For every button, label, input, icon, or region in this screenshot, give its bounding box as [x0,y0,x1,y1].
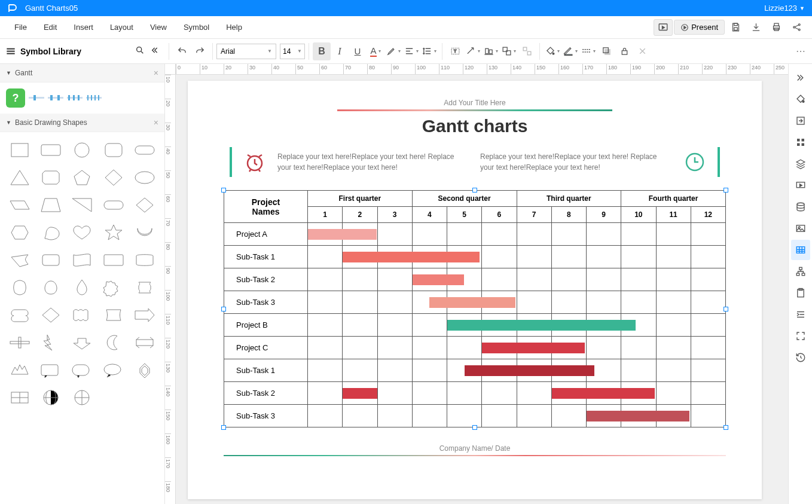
doc-subtitle[interactable]: Add Your Title Here [224,99,726,107]
intro-text-left[interactable]: Replace your text here!Replace your text… [277,151,469,173]
menu-insert[interactable]: Insert [65,16,102,39]
shape-3[interactable] [101,139,126,161]
shape-24[interactable] [132,249,157,271]
shape-45[interactable] [7,387,32,408]
bold-button[interactable]: B [313,42,331,60]
shape-7[interactable] [69,167,94,188]
italic-button[interactable]: I [331,42,349,60]
gantt-chart[interactable]: ProjectNamesFirst quarterSecond quarterT… [224,190,726,427]
shape-15[interactable] [7,222,32,243]
shape-8[interactable] [101,167,126,188]
menu-view[interactable]: View [142,16,175,39]
undo-button[interactable] [173,42,191,60]
shape-31[interactable] [38,304,63,326]
gantt-row-label[interactable]: Project B [224,314,308,337]
shape-30[interactable] [7,304,32,326]
underline-button[interactable]: U [349,42,367,60]
gantt-row-label[interactable]: Project A [224,223,308,246]
lib-section-gantt[interactable]: ▼Gantt × [0,64,164,83]
shape-18[interactable] [101,222,126,243]
lock-button[interactable] [615,42,633,60]
fullscreen-icon[interactable] [791,326,810,346]
database-icon[interactable] [791,197,810,217]
menu-help[interactable]: Help [218,16,251,39]
lib-section-basic-shapes[interactable]: ▼Basic Drawing Shapes × [0,114,164,132]
gantt-row-label[interactable]: Sub-Task 3 [224,291,308,314]
download-icon-button[interactable] [746,19,765,36]
user-menu[interactable]: Lizzie123 ▼ [764,4,805,13]
menu-layout[interactable]: Layout [102,16,142,39]
line-spacing-button[interactable] [420,42,438,60]
shape-44[interactable] [132,359,157,381]
page[interactable]: Add Your Title Here Gantt charts Replace… [188,81,762,499]
shape-2[interactable] [69,139,94,161]
table-icon[interactable] [791,240,810,260]
gantt-shape-1[interactable] [29,93,44,103]
shape-46[interactable] [38,387,63,408]
group-button[interactable] [500,42,518,60]
doc-title[interactable]: Gantt charts [224,116,726,136]
close-icon[interactable]: × [154,68,158,78]
font-size-select[interactable]: 14▼ [280,44,305,59]
gantt-row-label[interactable]: Sub-Task 1 [224,246,308,268]
shape-10[interactable] [7,194,32,216]
shape-13[interactable] [101,194,126,216]
shape-0[interactable] [7,139,32,161]
font-color-button[interactable]: A [367,42,384,60]
share-icon-button[interactable] [787,19,806,36]
text-box-button[interactable]: T [446,42,464,60]
shape-27[interactable] [69,277,94,298]
slideshow-icon-button[interactable] [654,19,673,36]
shape-36[interactable] [38,332,63,353]
shadow-button[interactable] [597,42,615,60]
shape-29[interactable] [132,277,157,298]
layers-icon[interactable] [791,154,810,174]
collapse-library-icon[interactable] [149,45,159,57]
shape-38[interactable] [101,332,126,353]
gantt-row-label[interactable]: Sub-Task 2 [224,382,308,405]
gantt-row-label[interactable]: Sub-Task 1 [224,359,308,382]
connector-button[interactable] [464,42,482,60]
shape-43[interactable] [101,359,126,381]
fill-button[interactable] [544,42,561,60]
shape-25[interactable] [7,277,32,298]
save-icon-button[interactable] [726,19,745,36]
shape-41[interactable] [38,359,63,381]
shape-1[interactable] [38,139,63,161]
shape-28[interactable] [101,277,126,298]
line-style-button[interactable] [579,42,597,60]
help-icon[interactable]: ? [6,88,25,108]
shape-33[interactable] [101,304,126,326]
shape-4[interactable] [132,139,157,161]
doc-footer[interactable]: Company Name/ Date [224,444,726,453]
intro-text-right[interactable]: Replace your text here!Replace your text… [480,151,672,173]
shape-39[interactable] [132,332,157,353]
align-objects-button[interactable] [482,42,500,60]
menu-file[interactable]: File [6,16,35,39]
shape-42[interactable] [69,359,94,381]
shape-20[interactable] [7,249,32,271]
ungroup-button[interactable] [518,42,536,60]
shape-17[interactable] [69,222,94,243]
gantt-row-label[interactable]: Sub-Task 3 [224,405,308,427]
shape-21[interactable] [38,249,63,271]
presentation-icon[interactable] [791,175,810,196]
menu-symbol[interactable]: Symbol [175,16,218,39]
shape-37[interactable] [69,332,94,353]
gantt-shape-2[interactable] [48,93,63,103]
more-toolbar-icon[interactable]: ⋯ [792,45,810,57]
tools-button[interactable] [633,42,651,60]
image-icon[interactable] [791,218,810,239]
print-icon-button[interactable] [767,19,786,36]
shape-19[interactable] [132,222,157,243]
line-color-button[interactable] [561,42,579,60]
shape-12[interactable] [69,194,94,216]
shape-40[interactable] [7,359,32,381]
apps-icon[interactable] [791,132,810,152]
hierarchy-icon[interactable] [791,261,810,282]
gantt-shape-4[interactable] [86,93,102,103]
align-button[interactable] [402,42,420,60]
redo-button[interactable] [191,42,209,60]
clipboard-icon[interactable] [791,283,810,303]
shape-23[interactable] [101,249,126,271]
